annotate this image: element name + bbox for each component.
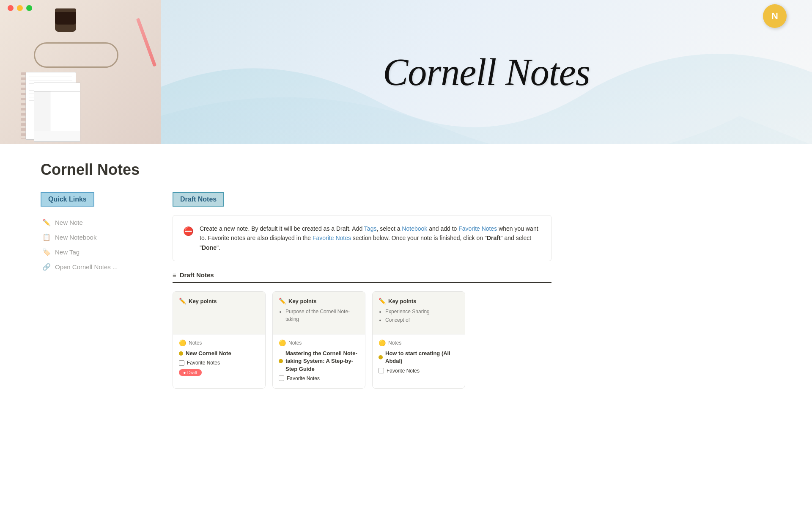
note-card-1-title-row: New Cornell Note [179, 350, 259, 357]
coffee-cup-decoration [55, 8, 76, 32]
favorite-notes-link[interactable]: Favorite Notes [458, 225, 497, 232]
banner-title: Cornell Notes [383, 50, 590, 94]
status-dot-2 [279, 359, 283, 363]
pencil-decoration [136, 18, 157, 66]
note-card-3[interactable]: ✏️ Key points Experience Sharing Concept… [372, 291, 465, 389]
header-banner: Cornell Notes [0, 0, 812, 144]
key-points-icon-2: ✏️ [279, 298, 286, 304]
status-dot-1 [179, 351, 183, 356]
new-tag-icon: 🏷️ [42, 248, 51, 256]
done-bold: Done [202, 244, 217, 251]
note-card-2-preview-content: Purpose of the Cornell Note-taking [279, 308, 359, 323]
note-card-3-preview-content: Experience Sharing Concept of [379, 308, 459, 324]
preview-left [34, 91, 50, 131]
new-note-icon: ✏️ [42, 218, 51, 226]
key-points-label-1: Key points [189, 298, 217, 304]
favorite-notes-link2[interactable]: Favorite Notes [313, 235, 351, 241]
key-points-label-3: Key points [388, 298, 416, 304]
notes-icon-2: 🟡 [279, 340, 286, 346]
draft-bold: Draft [487, 235, 501, 241]
note-card-3-notes-row: 🟡 Notes [379, 340, 459, 346]
tags-link[interactable]: Tags [364, 225, 377, 232]
notes-icon-3: 🟡 [379, 340, 386, 346]
notes-label-1: Notes [189, 340, 202, 346]
note-card-1-notes-row: 🟡 Notes [179, 340, 259, 346]
notion-icon[interactable]: N [763, 4, 787, 28]
note-card-2-preview: ✏️ Key points Purpose of the Cornell Not… [273, 292, 365, 334]
note-card-3-preview-header: ✏️ Key points [379, 298, 459, 304]
note-card-2-body: 🟡 Notes Mastering the Cornell Note-takin… [273, 334, 365, 388]
preview-body [34, 91, 80, 131]
note-card-2-checkbox[interactable]: Favorite Notes [279, 375, 359, 381]
key-points-icon-3: ✏️ [379, 298, 386, 304]
note-card-1-preview: ✏️ Key points [173, 292, 265, 334]
preview-right [50, 91, 80, 131]
note-card-2-title-row: Mastering the Cornell Note-taking System… [279, 350, 359, 373]
checkbox-3[interactable] [379, 368, 384, 373]
note-card-2-notes-row: 🟡 Notes [279, 340, 359, 346]
checkbox-label-1: Favorite Notes [187, 360, 220, 366]
notes-label-2: Notes [288, 340, 302, 346]
note-card-1-preview-header: ✏️ Key points [179, 298, 259, 304]
minimize-button[interactable] [17, 5, 23, 11]
note-card-1-checkbox[interactable]: Favorite Notes [179, 360, 259, 366]
draft-notes-section: Draft Notes ⛔ Create a new note. By defa… [173, 192, 551, 389]
new-notebook-label: New Notebook [55, 234, 96, 241]
note-title-2: Mastering the Cornell Note-taking System… [285, 350, 359, 373]
info-text: Create a new note. By default it will be… [200, 224, 541, 252]
checkbox-label-3: Favorite Notes [387, 368, 420, 374]
notes-label-3: Notes [388, 340, 401, 346]
notes-grid: ✏️ Key points 🟡 Notes New Cornell Note [173, 291, 551, 389]
note-card-2-preview-header: ✏️ Key points [279, 298, 359, 304]
note-card-1-body: 🟡 Notes New Cornell Note Favorite Notes … [173, 334, 265, 381]
draft-notes-header-label: Draft Notes [180, 271, 214, 279]
status-dot-3 [379, 355, 383, 359]
draft-notes-badge: Draft Notes [173, 192, 224, 207]
banner-center: Cornell Notes [161, 0, 812, 144]
key-points-icon-1: ✏️ [179, 298, 186, 304]
note-card-1[interactable]: ✏️ Key points 🟡 Notes New Cornell Note [173, 291, 266, 389]
note-card-3-title-row: How to start creating (Ali Abdal) [379, 350, 459, 365]
note-title-1: New Cornell Note [186, 350, 231, 357]
open-cornell-label: Open Cornell Notes ... [55, 263, 118, 271]
page-content: Cornell Notes Quick Links ✏️ New Note 📋 … [0, 144, 592, 406]
note-card-3-preview: ✏️ Key points Experience Sharing Concept… [373, 292, 465, 334]
info-box: ⛔ Create a new note. By default it will … [173, 215, 551, 261]
quick-link-new-note[interactable]: ✏️ New Note [41, 215, 159, 230]
close-button[interactable] [8, 5, 14, 11]
notebook-link[interactable]: Notebook [402, 225, 427, 232]
quick-links-badge: Quick Links [41, 192, 94, 207]
draft-notes-header: ≡ Draft Notes [173, 271, 551, 283]
note-card-3-checkbox[interactable]: Favorite Notes [379, 368, 459, 374]
preview-top [34, 83, 80, 91]
maximize-button[interactable] [26, 5, 32, 11]
page-title: Cornell Notes [41, 161, 551, 179]
preview-bottom [34, 131, 80, 141]
banner-left-decoration [0, 0, 161, 144]
checkbox-1[interactable] [179, 360, 184, 366]
note-title-3: How to start creating (Ali Abdal) [385, 350, 459, 365]
new-notebook-icon: 📋 [42, 233, 51, 241]
quick-link-open-cornell[interactable]: 🔗 Open Cornell Notes ... [41, 260, 159, 274]
checkbox-label-2: Favorite Notes [287, 375, 320, 381]
notes-icon-1: 🟡 [179, 340, 186, 346]
draft-notes-list-icon: ≡ [173, 271, 176, 279]
checkbox-2[interactable] [279, 375, 284, 381]
note-template-preview [34, 83, 80, 142]
note-card-3-body: 🟡 Notes How to start creating (Ali Abdal… [373, 334, 465, 380]
open-cornell-icon: 🔗 [42, 263, 51, 271]
new-note-label: New Note [55, 219, 83, 226]
draft-badge-1: ● Draft [179, 369, 202, 376]
main-two-col: Quick Links ✏️ New Note 📋 New Notebook 🏷… [41, 192, 551, 389]
window-controls [8, 5, 32, 11]
quick-link-new-tag[interactable]: 🏷️ New Tag [41, 245, 159, 260]
quick-link-new-notebook[interactable]: 📋 New Notebook [41, 230, 159, 245]
note-card-2[interactable]: ✏️ Key points Purpose of the Cornell Not… [272, 291, 365, 389]
info-icon: ⛔ [183, 224, 194, 238]
key-points-label-2: Key points [288, 298, 316, 304]
quick-links-section: Quick Links ✏️ New Note 📋 New Notebook 🏷… [41, 192, 159, 274]
glasses-decoration [34, 42, 118, 68]
new-tag-label: New Tag [55, 248, 80, 256]
